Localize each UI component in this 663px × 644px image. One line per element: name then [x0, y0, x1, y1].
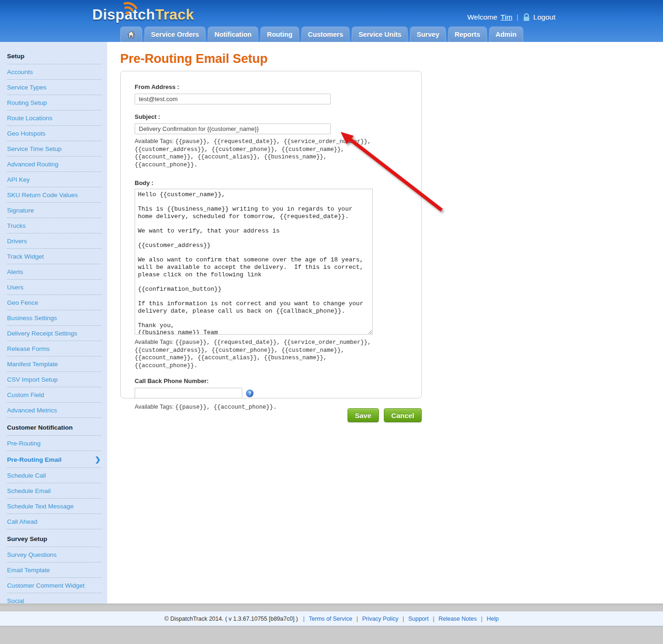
from-address-input[interactable] — [135, 94, 331, 104]
footer-link-release-notes[interactable]: Release Notes — [438, 616, 477, 622]
sidebar-item-label: Pre-Routing — [7, 440, 41, 447]
username-link[interactable]: Tim — [500, 13, 512, 21]
sidebar-item-label: Customer Comment Widget — [7, 582, 85, 589]
sidebar-item-manifest-template[interactable]: Manifest Template — [7, 356, 102, 372]
sidebar-item-label: Routing Setup — [7, 99, 47, 106]
sidebar-item-label: Schedule Text Message — [7, 503, 74, 510]
wifi-signal-icon — [121, 2, 141, 18]
available-tags-label: Available Tags: — [135, 138, 174, 144]
sidebar-section-survey-setup: Survey Setup — [7, 529, 102, 547]
home-icon — [127, 31, 135, 39]
subject-input[interactable] — [135, 123, 331, 134]
logout-link[interactable]: Logout — [533, 13, 555, 21]
sidebar-item-routing-setup[interactable]: Routing Setup — [7, 95, 102, 110]
sidebar-item-trucks[interactable]: Trucks — [7, 218, 102, 233]
page: DispatchTrack Welcome Tim | Logout Servi… — [0, 0, 663, 644]
sidebar-item-advanced-routing[interactable]: Advanced Routing — [7, 157, 102, 172]
footer-link-privacy-policy[interactable]: Privacy Policy — [362, 616, 398, 622]
tab-customers[interactable]: Customers — [301, 27, 350, 42]
sidebar-item-label: API Key — [7, 176, 30, 183]
sidebar-item-survey-questions[interactable]: Survey Questions — [7, 547, 102, 562]
sidebar-item-pre-routing[interactable]: Pre-Routing — [7, 436, 102, 451]
footer-link-terms-of-service[interactable]: Terms of Service — [309, 616, 352, 622]
sidebar-item-pre-routing-email[interactable]: Pre-Routing Email❯ — [7, 451, 102, 468]
sidebar-nav: SetupAccountsService TypesRouting SetupR… — [0, 42, 107, 603]
body-available-tags: Available Tags: {{pause}}, {{requested_d… — [135, 339, 392, 370]
footer-separator: | — [303, 616, 305, 622]
sidebar-item-release-forms[interactable]: Release Forms — [7, 341, 102, 356]
app-logo: DispatchTrack — [92, 7, 194, 23]
main-nav: Service OrdersNotificationRoutingCustome… — [120, 27, 523, 42]
tab-notification[interactable]: Notification — [208, 27, 258, 42]
main-content: Pre-Routing Email Setup From Address : S… — [107, 42, 663, 603]
sidebar-item-geo-fence[interactable]: Geo Fence — [7, 295, 102, 310]
tab-survey[interactable]: Survey — [410, 27, 445, 42]
sidebar-item-sku-return-code-values[interactable]: SKU Return Code Values — [7, 187, 102, 203]
callback-phone-input[interactable] — [135, 388, 242, 398]
tab-home[interactable] — [120, 27, 142, 42]
sidebar-item-schedule-call[interactable]: Schedule Call — [7, 468, 102, 483]
sidebar-item-label: Alerts — [7, 268, 23, 275]
sidebar-item-api-key[interactable]: API Key — [7, 172, 102, 187]
sidebar-item-service-time-setup[interactable]: Service Time Setup — [7, 141, 102, 157]
copyright-text: © DispatchTrack 2014. ( v 1.3.67.10755 [… — [164, 616, 298, 622]
sidebar-item-label: Service Time Setup — [7, 145, 62, 152]
sidebar-item-csv-import-setup[interactable]: CSV Import Setup — [7, 372, 102, 387]
sidebar-item-call-ahead[interactable]: Call Ahead — [7, 514, 102, 529]
sidebar-item-label: Survey Questions — [7, 551, 57, 558]
sidebar-item-route-locations[interactable]: Route Locations — [7, 110, 102, 126]
page-bottom: © DispatchTrack 2014. ( v 1.3.67.10755 [… — [0, 603, 663, 644]
sidebar-item-schedule-email[interactable]: Schedule Email — [7, 483, 102, 499]
sidebar-section-customer-notification: Customer Notification — [7, 418, 102, 436]
sidebar-item-label: SKU Return Code Values — [7, 192, 78, 199]
app-header: DispatchTrack Welcome Tim | Logout Servi… — [0, 0, 663, 42]
tab-service-units[interactable]: Service Units — [352, 27, 408, 42]
tab-routing[interactable]: Routing — [260, 27, 299, 42]
sidebar-item-label: Release Forms — [7, 345, 50, 352]
sidebar-item-label: Geo Fence — [7, 299, 38, 306]
sidebar-item-drivers[interactable]: Drivers — [7, 233, 102, 249]
sidebar-item-geo-hotspots[interactable]: Geo Hotspots — [7, 126, 102, 141]
sidebar-item-advanced-metrics[interactable]: Advanced Metrics — [7, 403, 102, 418]
chevron-right-icon: ❯ — [95, 455, 101, 464]
footer-separator: | — [433, 616, 434, 622]
footer-links: |Terms of Service|Privacy Policy|Support… — [299, 616, 499, 622]
sidebar-item-custom-field[interactable]: Custom Field — [7, 387, 102, 403]
sidebar-item-label: Business Settings — [7, 315, 57, 322]
sidebar-item-schedule-text-message[interactable]: Schedule Text Message — [7, 499, 102, 514]
sidebar-item-alerts[interactable]: Alerts — [7, 264, 102, 280]
sidebar-item-label: Drivers — [7, 238, 27, 245]
sidebar-item-label: CSV Import Setup — [7, 376, 58, 383]
sidebar-item-signature[interactable]: Signature — [7, 203, 102, 218]
user-area: Welcome Tim | Logout — [467, 13, 555, 21]
callback-phone-label: Call Back Phone Number: — [135, 377, 421, 384]
sidebar-item-email-template[interactable]: Email Template — [7, 562, 102, 578]
sidebar-item-business-settings[interactable]: Business Settings — [7, 310, 102, 326]
footer-link-support[interactable]: Support — [408, 616, 429, 622]
tab-service-orders[interactable]: Service Orders — [144, 27, 205, 42]
tab-reports[interactable]: Reports — [448, 27, 487, 42]
question-help-icon[interactable]: ? — [246, 390, 253, 397]
page-title: Pre-Routing Email Setup — [120, 52, 268, 66]
cancel-button[interactable]: Cancel — [384, 408, 422, 422]
subject-label: Subject : — [135, 113, 421, 120]
body-textarea[interactable]: Hello {{customer_name}}, This is {{busin… — [135, 189, 373, 335]
sidebar-item-label: Route Locations — [7, 115, 53, 122]
sidebar-item-label: Schedule Email — [7, 487, 51, 494]
sidebar-item-customer-comment-widget[interactable]: Customer Comment Widget — [7, 578, 102, 593]
sidebar-item-users[interactable]: Users — [7, 280, 102, 295]
tab-admin[interactable]: Admin — [489, 27, 523, 42]
lock-icon — [523, 13, 530, 21]
sidebar-item-track-widget[interactable]: Track Widget — [7, 249, 102, 264]
sidebar-item-delivery-receipt-settings[interactable]: Delivery Receipt Settings — [7, 326, 102, 341]
save-button[interactable]: Save — [348, 408, 379, 422]
footer-link-help[interactable]: Help — [486, 616, 499, 622]
sidebar-item-label: Manifest Template — [7, 361, 58, 368]
sidebar-item-label: Pre-Routing Email — [7, 456, 62, 463]
footer-separator: | — [356, 616, 358, 622]
footer-separator: | — [481, 616, 482, 622]
email-setup-form-panel: From Address : Subject : Available Tags:… — [120, 71, 422, 398]
sidebar-item-accounts[interactable]: Accounts — [7, 64, 102, 80]
sidebar-item-label: Signature — [7, 207, 34, 214]
sidebar-item-service-types[interactable]: Service Types — [7, 80, 102, 95]
